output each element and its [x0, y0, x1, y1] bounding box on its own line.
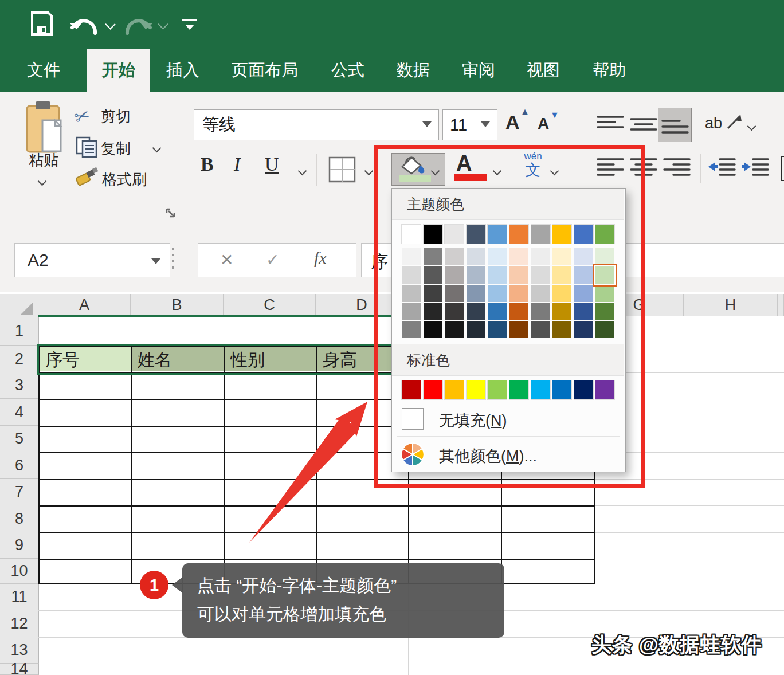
row-header[interactable]: 5 [0, 426, 39, 452]
theme-color-variant-swatch[interactable] [402, 321, 421, 338]
theme-color-variant-swatch[interactable] [531, 266, 550, 284]
row-header[interactable]: 3 [0, 372, 39, 399]
fill-color-dropdown-icon[interactable] [432, 166, 438, 176]
merge-center-button-partial[interactable] [781, 156, 784, 181]
borders-dropdown-icon[interactable] [366, 166, 372, 176]
insert-function-button[interactable]: fx [314, 248, 327, 268]
row-header[interactable]: 6 [0, 452, 39, 479]
theme-color-variant-swatch[interactable] [402, 285, 421, 302]
font-color-button[interactable]: A [456, 151, 472, 176]
font-name-combobox[interactable]: 等线 [194, 109, 439, 140]
standard-color-swatch[interactable] [531, 380, 550, 399]
theme-color-variant-swatch[interactable] [595, 266, 614, 284]
theme-color-swatch[interactable] [402, 225, 421, 244]
ribbon-tab[interactable]: 视图 [516, 49, 570, 92]
ribbon-tab[interactable]: 公式 [321, 49, 375, 92]
theme-color-variant-swatch[interactable] [552, 266, 571, 284]
theme-color-variant-swatch[interactable] [552, 248, 571, 265]
bold-button[interactable]: B [201, 154, 214, 175]
cancel-button[interactable]: ✕ [220, 250, 233, 269]
theme-color-variant-swatch[interactable] [445, 321, 464, 338]
theme-color-variant-swatch[interactable] [574, 303, 593, 320]
theme-color-swatch[interactable] [445, 225, 464, 244]
standard-color-swatch[interactable] [467, 380, 485, 399]
standard-color-swatch[interactable] [424, 380, 442, 399]
fill-color-button[interactable] [391, 153, 445, 186]
underline-button[interactable]: U [265, 154, 279, 175]
theme-color-swatch[interactable] [531, 225, 550, 244]
standard-color-swatch[interactable] [552, 380, 571, 399]
theme-color-variant-swatch[interactable] [467, 248, 485, 265]
ribbon-tab[interactable]: 插入 [156, 49, 210, 92]
theme-color-variant-swatch[interactable] [595, 285, 614, 302]
theme-color-variant-swatch[interactable] [552, 285, 571, 302]
italic-button[interactable]: I [234, 154, 240, 175]
theme-color-variant-swatch[interactable] [509, 266, 528, 284]
customize-qat-arrow-icon[interactable] [185, 25, 194, 30]
format-painter-icon[interactable] [76, 167, 100, 188]
orientation-button[interactable]: ab [705, 115, 722, 132]
theme-color-variant-swatch[interactable] [488, 285, 507, 302]
font-color-dropdown-icon[interactable] [494, 166, 500, 176]
standard-color-swatch[interactable] [595, 380, 614, 399]
row-header[interactable]: 1 [0, 316, 39, 346]
theme-color-variant-swatch[interactable] [531, 321, 550, 338]
theme-color-variant-swatch[interactable] [402, 248, 421, 265]
theme-color-variant-swatch[interactable] [595, 303, 614, 320]
align-left-button[interactable] [596, 156, 625, 179]
theme-color-variant-swatch[interactable] [531, 303, 550, 320]
paste-button[interactable]: 粘贴 [23, 150, 64, 170]
theme-color-variant-swatch[interactable] [467, 321, 485, 338]
theme-color-variant-swatch[interactable] [488, 303, 507, 320]
no-fill-item[interactable]: 无填充(N) [392, 403, 624, 435]
name-box-dropdown-icon[interactable] [151, 258, 160, 264]
save-icon[interactable] [30, 10, 54, 37]
standard-color-swatch[interactable] [445, 380, 464, 399]
name-box[interactable]: A2 [14, 243, 170, 277]
standard-color-swatch[interactable] [402, 380, 421, 399]
ribbon-tab[interactable]: 文件 [17, 49, 70, 92]
cut-button[interactable]: 剪切 [101, 107, 131, 127]
theme-color-swatch[interactable] [488, 225, 507, 244]
theme-color-variant-swatch[interactable] [509, 285, 528, 302]
theme-color-swatch[interactable] [424, 225, 442, 244]
row-header[interactable]: 14 [0, 664, 39, 675]
theme-color-variant-swatch[interactable] [574, 266, 593, 284]
theme-color-swatch[interactable] [574, 225, 593, 244]
orientation-dropdown-icon[interactable] [748, 121, 755, 132]
theme-color-variant-swatch[interactable] [488, 321, 507, 338]
theme-color-variant-swatch[interactable] [424, 303, 442, 320]
standard-color-swatch[interactable] [574, 380, 593, 399]
standard-color-swatch[interactable] [509, 380, 528, 399]
theme-color-swatch[interactable] [595, 225, 614, 244]
undo-dropdown-icon[interactable] [105, 19, 115, 29]
theme-color-swatch[interactable] [552, 225, 571, 244]
font-size-combobox[interactable]: 11 [442, 109, 497, 140]
paste-icon[interactable] [25, 101, 65, 156]
top-align-button[interactable] [596, 113, 625, 136]
row-header[interactable]: 4 [0, 399, 39, 426]
underline-dropdown-icon[interactable] [299, 166, 305, 176]
theme-color-variant-swatch[interactable] [445, 303, 464, 320]
font-name-dropdown-icon[interactable] [422, 121, 432, 127]
customize-qat-icon[interactable] [182, 19, 197, 21]
theme-color-variant-swatch[interactable] [445, 248, 464, 265]
column-header[interactable]: C [224, 294, 316, 316]
ribbon-tab[interactable]: 帮助 [582, 49, 636, 92]
formula-bar-drag-handle[interactable] [172, 248, 174, 273]
theme-color-variant-swatch[interactable] [467, 303, 485, 320]
increase-font-size-button[interactable]: A▲ [505, 111, 520, 134]
theme-color-variant-swatch[interactable] [595, 321, 614, 338]
ribbon-tab[interactable]: 页面布局 [221, 49, 308, 92]
theme-color-variant-swatch[interactable] [445, 285, 464, 302]
theme-color-variant-swatch[interactable] [467, 285, 485, 302]
theme-color-variant-swatch[interactable] [552, 321, 571, 338]
theme-color-variant-swatch[interactable] [574, 321, 593, 338]
theme-color-variant-swatch[interactable] [574, 248, 593, 265]
row-header[interactable]: 12 [0, 610, 39, 637]
column-header[interactable] [778, 294, 784, 316]
cut-icon[interactable]: ✂ [71, 104, 93, 129]
ribbon-tab[interactable]: 开始 [87, 49, 150, 92]
increase-indent-button[interactable] [740, 156, 770, 179]
theme-color-variant-swatch[interactable] [424, 248, 442, 265]
